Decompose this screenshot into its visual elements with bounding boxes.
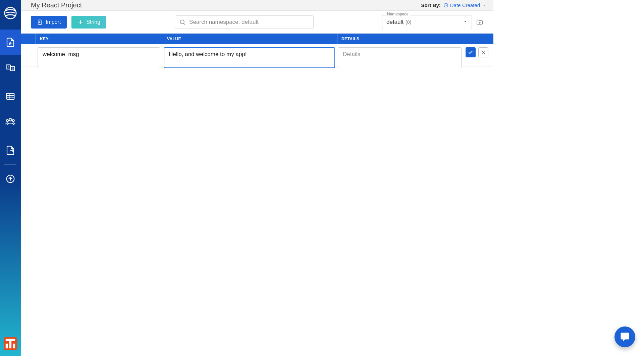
close-icon	[481, 50, 486, 55]
col-header-details[interactable]: DETAILS	[337, 37, 464, 41]
import-button-label: Import	[46, 19, 61, 25]
import-button[interactable]: Import	[31, 16, 67, 29]
namespace-field-label: Namespace	[386, 12, 410, 16]
search-input[interactable]	[189, 19, 309, 26]
svg-point-20	[180, 20, 184, 24]
cancel-button[interactable]	[478, 47, 488, 57]
namespace-count: (0)	[406, 19, 411, 25]
table-row	[21, 44, 493, 66]
check-icon	[468, 50, 473, 55]
svg-point-11	[12, 119, 14, 121]
app-logo-icon	[4, 7, 17, 19]
svg-point-9	[9, 118, 12, 121]
clock-icon	[443, 3, 448, 8]
svg-point-10	[6, 119, 8, 121]
svg-text:文: 文	[11, 67, 14, 70]
sort-control[interactable]: Sort By: Date Created	[421, 2, 487, 8]
sidebar-divider	[4, 136, 16, 136]
search-icon	[179, 19, 186, 26]
col-header-key[interactable]: KEY	[36, 37, 163, 41]
caret-down-icon	[482, 3, 487, 8]
sidebar-item-upload[interactable]	[0, 166, 21, 192]
page-title: My React Project	[31, 1, 82, 9]
col-header-value[interactable]: VALUE	[163, 37, 337, 41]
key-input[interactable]	[38, 47, 160, 68]
import-icon	[37, 19, 43, 25]
sidebar-item-translate[interactable]: A 文	[0, 55, 21, 81]
new-string-button[interactable]: String	[71, 16, 106, 29]
confirm-button[interactable]	[466, 47, 476, 57]
sidebar-item-edit[interactable]	[0, 30, 21, 55]
table-header: KEY VALUE DETAILS	[21, 34, 493, 44]
svg-line-21	[184, 23, 185, 24]
sidebar-divider	[4, 164, 16, 165]
sort-by-value-text: Date Created	[450, 2, 480, 8]
svg-rect-5	[7, 93, 14, 99]
details-input[interactable]	[338, 47, 462, 68]
toolbar: Import String Namespace default (0)	[21, 11, 493, 34]
namespace-value: default	[386, 19, 404, 26]
sidebar-item-export[interactable]	[0, 138, 21, 163]
namespace-select[interactable]: Namespace default (0)	[382, 15, 472, 29]
new-string-button-label: String	[86, 19, 100, 25]
caret-down-icon	[463, 19, 468, 26]
sidebar-item-table[interactable]	[0, 84, 21, 109]
page-header: My React Project Sort By: Date Created	[21, 0, 493, 11]
add-namespace-button[interactable]	[476, 18, 483, 26]
svg-text:A: A	[7, 65, 9, 69]
value-input[interactable]	[164, 47, 335, 68]
sort-by-value[interactable]: Date Created	[443, 2, 487, 8]
sidebar-item-team[interactable]	[0, 109, 21, 135]
plus-icon	[77, 19, 84, 25]
sidebar-divider	[4, 82, 16, 82]
sidebar: A 文	[0, 0, 21, 272]
folder-plus-icon	[476, 18, 483, 26]
search-input-wrap[interactable]	[175, 15, 314, 29]
sort-by-label: Sort By:	[421, 2, 440, 8]
